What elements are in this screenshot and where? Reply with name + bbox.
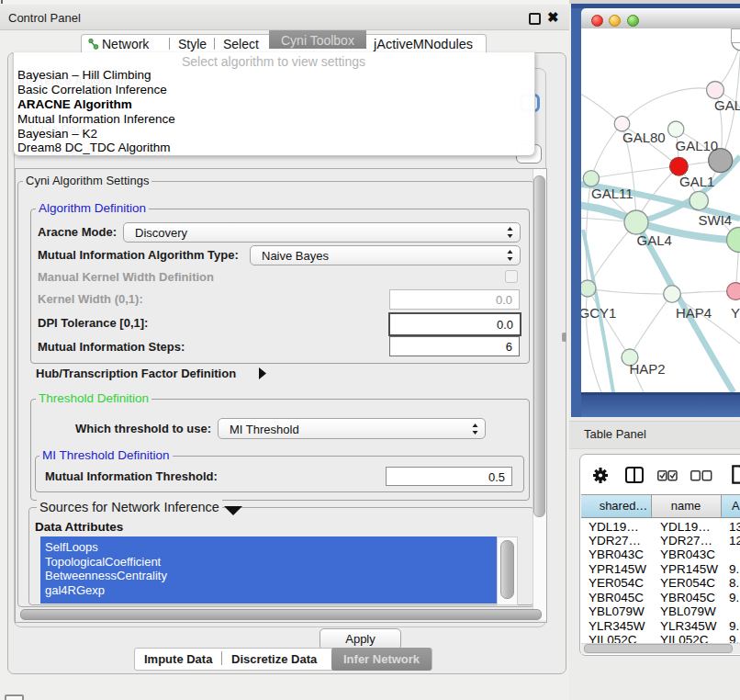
svg-text:HAP4: HAP4 <box>676 305 712 321</box>
svg-text:GAL11: GAL11 <box>591 186 633 201</box>
svg-text:GAL80: GAL80 <box>622 130 666 145</box>
svg-text:YM: YM <box>731 305 740 321</box>
svg-text:SWI4: SWI4 <box>699 212 733 228</box>
svg-text:GAL1: GAL1 <box>679 174 714 189</box>
svg-text:GAL4: GAL4 <box>637 232 672 248</box>
svg-text:GCY1: GCY1 <box>581 305 616 321</box>
svg-text:GAL7: GAL7 <box>714 97 740 113</box>
svg-text:GAL10: GAL10 <box>676 138 719 153</box>
svg-text:HAP2: HAP2 <box>630 361 666 377</box>
